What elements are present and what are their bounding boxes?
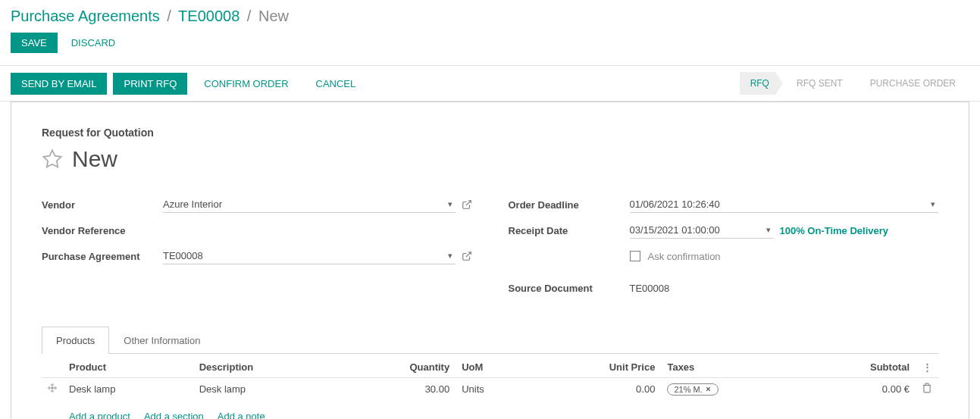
cell-unit-price[interactable]: 0.00	[532, 378, 661, 401]
discard-button[interactable]: DISCARD	[71, 33, 116, 53]
vendor-label: Vendor	[42, 199, 163, 211]
status-rfq-sent[interactable]: RFQ SENT	[778, 72, 856, 95]
cell-uom[interactable]: Units	[456, 378, 532, 401]
tax-label: 21% M.	[674, 385, 702, 394]
add-section-link[interactable]: Add a section	[144, 411, 204, 419]
status-bar: RFQ RFQ SENT PURCHASE ORDER	[740, 72, 969, 95]
col-description: Description	[193, 354, 340, 378]
toolbar: SEND BY EMAIL PRINT RFQ CONFIRM ORDER CA…	[0, 65, 980, 102]
breadcrumb-sep: /	[247, 8, 252, 24]
svg-marker-0	[43, 150, 61, 167]
breadcrumb-parent[interactable]: TE00008	[178, 8, 240, 24]
form-fields: Vendor ▾ Vendor Reference Purchase Agree…	[42, 193, 938, 302]
cell-product[interactable]: Desk lamp	[63, 378, 193, 401]
vendor-input[interactable]	[163, 196, 445, 212]
external-link-icon[interactable]	[462, 199, 472, 210]
chevron-down-icon[interactable]: ▾	[928, 199, 938, 209]
form-col-left: Vendor ▾ Vendor Reference Purchase Agree…	[42, 193, 472, 302]
receipt-input[interactable]	[630, 222, 763, 238]
add-product-link[interactable]: Add a product	[69, 411, 130, 419]
svg-line-1	[465, 201, 470, 205]
tab-products[interactable]: Products	[42, 327, 109, 354]
ask-confirmation-checkbox[interactable]	[630, 251, 640, 261]
header-actions: SAVE DISCARD	[0, 25, 980, 65]
close-icon[interactable]	[705, 386, 712, 392]
tax-pill[interactable]: 21% M.	[667, 383, 718, 396]
col-product: Product	[63, 354, 193, 378]
form-col-right: Order Deadline ▾ Receipt Date ▾ 100% On-…	[509, 193, 939, 302]
cell-taxes[interactable]: 21% M.	[661, 378, 801, 401]
ask-confirmation-label: Ask confirmation	[648, 251, 721, 262]
form-subtitle: Request for Quotation	[42, 127, 938, 139]
status-purchase-order[interactable]: PURCHASE ORDER	[852, 72, 969, 95]
source-value: TE00008	[630, 280, 670, 296]
cell-description[interactable]: Desk lamp	[193, 378, 340, 401]
form-sheet: Request for Quotation New Vendor ▾ Vendo…	[11, 102, 969, 419]
star-icon[interactable]	[42, 149, 63, 170]
pa-input-wrap[interactable]: ▾	[163, 248, 456, 264]
kebab-menu-icon[interactable]: ⋮	[922, 361, 932, 373]
external-link-icon[interactable]	[462, 251, 472, 261]
cell-quantity[interactable]: 30.00	[340, 378, 456, 401]
pa-label: Purchase Agreement	[42, 251, 163, 262]
confirm-order-button[interactable]: CONFIRM ORDER	[193, 73, 299, 95]
deadline-input-wrap[interactable]: ▾	[630, 196, 939, 213]
send-by-email-button[interactable]: SEND BY EMAIL	[11, 73, 107, 95]
trash-icon[interactable]	[922, 383, 932, 393]
add-note-link[interactable]: Add a note	[218, 411, 265, 419]
breadcrumb-sep: /	[167, 8, 171, 24]
print-rfq-button[interactable]: PRINT RFQ	[113, 73, 187, 95]
vendor-input-wrap[interactable]: ▾	[163, 196, 456, 213]
order-lines-table: Product Description Quantity UoM Unit Pr…	[42, 354, 938, 419]
form-title-row: New	[42, 146, 938, 172]
breadcrumb-root[interactable]: Purchase Agreements	[11, 8, 160, 24]
col-quantity: Quantity	[340, 354, 456, 378]
tab-other-info[interactable]: Other Information	[109, 327, 214, 354]
tabs: Products Other Information	[42, 327, 938, 354]
col-unit-price: Unit Price	[532, 354, 661, 378]
vendor-ref-input[interactable]	[163, 223, 472, 239]
save-button[interactable]: SAVE	[11, 33, 58, 53]
delivery-link[interactable]: 100% On-Time Delivery	[780, 225, 889, 236]
cell-subtotal: 0.00 €	[801, 378, 916, 401]
breadcrumb: Purchase Agreements / TE00008 / New	[0, 0, 980, 25]
vendor-ref-label: Vendor Reference	[42, 225, 163, 236]
deadline-label: Order Deadline	[509, 199, 630, 211]
receipt-input-wrap[interactable]: ▾	[630, 222, 774, 239]
deadline-input[interactable]	[630, 196, 928, 212]
pa-input[interactable]	[163, 248, 445, 264]
chevron-down-icon[interactable]: ▾	[763, 225, 774, 235]
page-title: New	[72, 146, 117, 172]
table-row[interactable]: Desk lamp Desk lamp 30.00 Units 0.00 21%…	[42, 378, 938, 401]
status-rfq[interactable]: RFQ	[740, 72, 783, 95]
cancel-button[interactable]: CANCEL	[305, 73, 367, 95]
svg-line-2	[465, 252, 470, 257]
receipt-label: Receipt Date	[509, 225, 630, 236]
col-subtotal: Subtotal	[801, 354, 916, 378]
breadcrumb-current: New	[258, 8, 289, 24]
col-taxes: Taxes	[661, 354, 801, 378]
drag-handle-icon[interactable]	[42, 378, 63, 401]
col-uom: UoM	[456, 354, 532, 378]
chevron-down-icon[interactable]: ▾	[445, 251, 456, 261]
chevron-down-icon[interactable]: ▾	[445, 199, 456, 209]
source-label: Source Document	[509, 283, 630, 294]
